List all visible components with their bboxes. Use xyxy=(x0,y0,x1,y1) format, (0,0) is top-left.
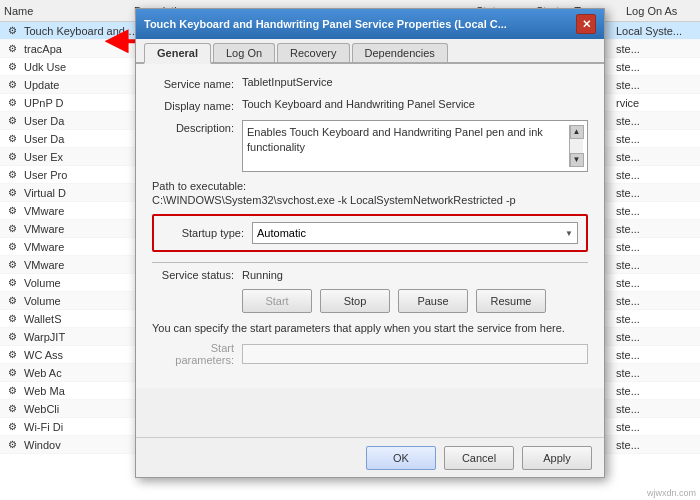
stop-button[interactable]: Stop xyxy=(320,289,390,313)
service-icon: ⚙ xyxy=(4,275,20,291)
service-properties-dialog: Touch Keyboard and Handwriting Panel Ser… xyxy=(135,8,605,478)
tab-recovery[interactable]: Recovery xyxy=(277,43,349,62)
service-logon: ste... xyxy=(616,295,696,307)
divider xyxy=(152,262,588,263)
display-name-value: Touch Keyboard and Handwriting Panel Ser… xyxy=(242,98,588,110)
service-name: Wi-Fi Di xyxy=(24,421,144,433)
service-icon: ⚙ xyxy=(4,383,20,399)
header-name: Name xyxy=(4,5,134,17)
service-icon: ⚙ xyxy=(4,221,20,237)
service-logon: ste... xyxy=(616,349,696,361)
control-buttons: Start Stop Pause Resume xyxy=(242,289,588,313)
service-icon: ⚙ xyxy=(4,95,20,111)
service-name: UPnP D xyxy=(24,97,144,109)
service-icon: ⚙ xyxy=(4,239,20,255)
service-logon: ste... xyxy=(616,205,696,217)
service-name: Virtual D xyxy=(24,187,144,199)
scroll-up-btn[interactable]: ▲ xyxy=(570,125,584,139)
service-name: Touch Keyboard and Hand... xyxy=(24,25,144,37)
service-name: Volume xyxy=(24,277,144,289)
service-logon: rvice xyxy=(616,97,696,109)
service-name: Udk Use xyxy=(24,61,144,73)
service-logon: ste... xyxy=(616,241,696,253)
startup-type-select[interactable]: Automatic ▼ xyxy=(252,222,578,244)
service-name: VMware xyxy=(24,259,144,271)
service-logon: ste... xyxy=(616,277,696,289)
service-logon: ste... xyxy=(616,43,696,55)
service-name: WebCli xyxy=(24,403,144,415)
service-icon: ⚙ xyxy=(4,59,20,75)
service-icon: ⚙ xyxy=(4,113,20,129)
service-icon: ⚙ xyxy=(4,167,20,183)
service-logon: ste... xyxy=(616,259,696,271)
service-name: VMware xyxy=(24,223,144,235)
service-logon: ste... xyxy=(616,187,696,199)
path-label: Path to executable: xyxy=(152,180,588,192)
service-name: User Pro xyxy=(24,169,144,181)
startup-type-value: Automatic xyxy=(257,227,306,239)
service-name: User Da xyxy=(24,115,144,127)
startup-row: Startup type: Automatic ▼ xyxy=(162,222,578,244)
apply-button[interactable]: Apply xyxy=(522,446,592,470)
service-name-label: Service name: xyxy=(152,76,242,90)
service-name: User Da xyxy=(24,133,144,145)
ok-button[interactable]: OK xyxy=(366,446,436,470)
start-button[interactable]: Start xyxy=(242,289,312,313)
dropdown-arrow-icon: ▼ xyxy=(565,229,573,238)
service-name: Web Ma xyxy=(24,385,144,397)
tab-general[interactable]: General xyxy=(144,43,211,64)
service-name: WalletS xyxy=(24,313,144,325)
resume-button[interactable]: Resume xyxy=(476,289,546,313)
service-name: Web Ac xyxy=(24,367,144,379)
service-logon: ste... xyxy=(616,421,696,433)
service-name: VMware xyxy=(24,241,144,253)
status-row: Service status: Running xyxy=(152,269,588,281)
dialog-content: Service name: TabletInputService Display… xyxy=(136,64,604,388)
startup-section: Startup type: Automatic ▼ xyxy=(152,214,588,252)
service-logon: ste... xyxy=(616,79,696,91)
service-icon: ⚙ xyxy=(4,149,20,165)
path-section: Path to executable: C:\WINDOWS\System32\… xyxy=(152,180,588,206)
header-logon: Log On As xyxy=(626,5,696,17)
service-name: User Ex xyxy=(24,151,144,163)
service-name: tracApa xyxy=(24,43,144,55)
service-logon: Local Syste... xyxy=(616,25,696,37)
service-icon: ⚙ xyxy=(4,329,20,345)
description-value: Enables Touch Keyboard and Handwriting P… xyxy=(247,125,569,156)
service-icon: ⚙ xyxy=(4,257,20,273)
pause-button[interactable]: Pause xyxy=(398,289,468,313)
service-name: Windov xyxy=(24,439,144,451)
display-name-label: Display name: xyxy=(152,98,242,112)
service-name: WarpJIT xyxy=(24,331,144,343)
startup-label: Startup type: xyxy=(162,227,252,239)
params-label: Start parameters: xyxy=(152,342,242,366)
service-logon: ste... xyxy=(616,313,696,325)
service-logon: ste... xyxy=(616,169,696,181)
scroll-down-btn[interactable]: ▼ xyxy=(570,153,584,167)
status-section: Service status: Running xyxy=(152,269,588,281)
service-logon: ste... xyxy=(616,61,696,73)
service-icon: ⚙ xyxy=(4,131,20,147)
info-text: You can specify the start parameters tha… xyxy=(152,321,588,336)
tab-log-on[interactable]: Log On xyxy=(213,43,275,62)
params-input[interactable] xyxy=(242,344,588,364)
tab-dependencies[interactable]: Dependencies xyxy=(352,43,448,62)
description-row: Description: Enables Touch Keyboard and … xyxy=(152,120,588,172)
service-logon: ste... xyxy=(616,385,696,397)
status-value: Running xyxy=(242,269,283,281)
service-icon: ⚙ xyxy=(4,311,20,327)
cancel-button[interactable]: Cancel xyxy=(444,446,514,470)
path-value: C:\WINDOWS\System32\svchost.exe -k Local… xyxy=(152,194,588,206)
service-name: VMware xyxy=(24,205,144,217)
service-logon: ste... xyxy=(616,439,696,451)
dialog-bottom-buttons: OK Cancel Apply xyxy=(136,437,604,477)
description-scrollbar[interactable]: ▲ ▼ xyxy=(569,125,583,167)
service-logon: ste... xyxy=(616,133,696,145)
close-button[interactable]: ✕ xyxy=(576,14,596,34)
description-label: Description: xyxy=(152,120,242,134)
service-logon: ste... xyxy=(616,331,696,343)
service-icon: ⚙ xyxy=(4,203,20,219)
service-logon: ste... xyxy=(616,151,696,163)
service-name-row: Service name: TabletInputService xyxy=(152,76,588,90)
watermark: wjwxdn.com xyxy=(647,488,696,498)
